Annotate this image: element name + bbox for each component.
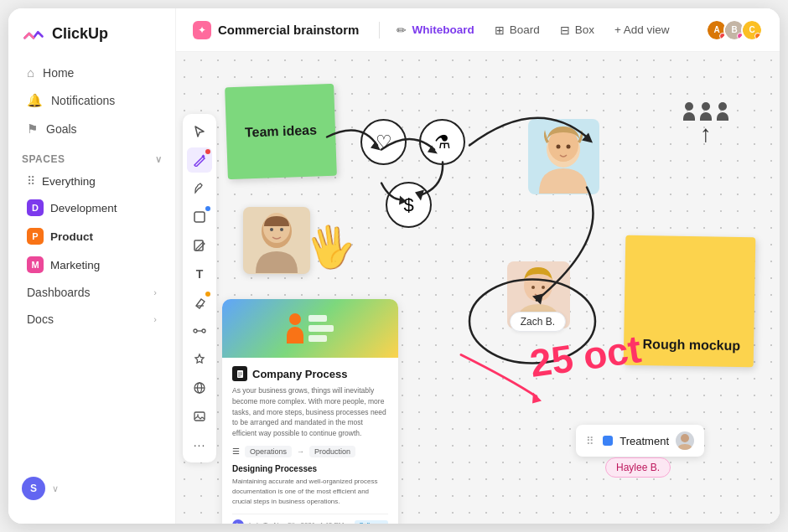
box-tab-icon: ⊟ — [560, 23, 570, 37]
text-tool-button[interactable]: T — [187, 261, 212, 287]
svg-point-16 — [567, 145, 571, 149]
svg-point-3 — [194, 329, 197, 333]
sidebar-item-development[interactable]: D Development — [13, 194, 170, 222]
draw-tool-button[interactable] — [187, 147, 212, 173]
docs-chevron-icon: › — [153, 314, 157, 324]
user-avatar[interactable]: S — [22, 477, 45, 500]
tab-board[interactable]: ⊞ Board — [485, 18, 550, 42]
person-icon-1 — [682, 102, 696, 121]
dashboards-chevron-icon: › — [153, 287, 157, 297]
doc-card-title: Company Process — [232, 366, 388, 381]
flow-icon: ☰ — [232, 447, 240, 456]
trophy-icon: ⚑ — [27, 121, 38, 137]
flow-arrow-icon: → — [297, 447, 304, 456]
person-head-1 — [685, 102, 693, 111]
doc-figure-line — [308, 315, 327, 322]
person-man-svg — [247, 208, 306, 273]
svg-marker-29 — [532, 393, 542, 404]
person-icon-2 — [699, 102, 713, 121]
clickup-logo-icon — [22, 22, 45, 45]
person-body-3 — [717, 112, 728, 121]
topbar: ✦ Commercial brainstorm ✏ Whiteboard ⊞ B… — [176, 8, 780, 52]
doc-section-title: Designing Processes — [232, 464, 388, 473]
svg-point-21 — [681, 434, 689, 442]
breadcrumb-icon: ✦ — [193, 21, 211, 39]
select-tool-button[interactable] — [187, 119, 212, 144]
sidebar-logo[interactable]: ClickUp — [8, 22, 175, 59]
page-title: Commercial brainstorm — [218, 23, 359, 37]
sticky-note-team-ideas[interactable]: Team ideas — [225, 84, 337, 179]
tab-board-label: Board — [510, 23, 540, 36]
topbar-divider — [379, 22, 380, 39]
star-tool-button[interactable] — [187, 347, 212, 372]
svg-point-4 — [202, 329, 205, 333]
docs-label: Docs — [27, 312, 54, 326]
move-icon: ⠿ — [586, 435, 594, 447]
flow-from-badge: Operations — [245, 446, 292, 457]
sidebar-everything-label: Everything — [42, 175, 96, 188]
person-photo-woman1 — [528, 119, 599, 194]
more-tool-button[interactable]: ··· — [187, 432, 212, 457]
user-chevron-icon[interactable]: ∨ — [52, 483, 59, 494]
treatment-card[interactable]: ⠿ Treatment — [576, 425, 704, 457]
person-head-2 — [702, 102, 710, 111]
person-icon-3 — [716, 102, 729, 121]
spaces-chevron-icon[interactable]: ∨ — [155, 154, 163, 165]
doc-card-image — [222, 299, 398, 358]
doc-author-avatar: L — [232, 519, 244, 524]
note-tool-button[interactable] — [187, 233, 212, 258]
sidebar-item-goals[interactable]: ⚑ Goals — [13, 115, 170, 143]
app-logo-text: ClickUp — [52, 25, 108, 43]
sidebar-item-everything[interactable]: ⠿ Everything — [13, 168, 170, 194]
sticky-yellow-text: Rough mockup — [642, 337, 740, 354]
whiteboard-canvas[interactable]: T ··· — [176, 52, 780, 524]
left-toolbar: T ··· — [183, 114, 216, 462]
more-icon: ··· — [194, 438, 206, 452]
sidebar-home-label: Home — [43, 66, 74, 80]
sticky-green-text: Team ideas — [245, 123, 318, 141]
sidebar-item-product[interactable]: P Product — [13, 222, 170, 251]
marketing-badge: M — [27, 256, 44, 273]
svg-point-19 — [542, 286, 545, 289]
doc-icon — [232, 366, 247, 381]
shape-tool-indicator — [205, 206, 210, 211]
doc-section-body: Maintaining accurate and well-organized … — [232, 477, 388, 507]
heart-circle-icon: ♡ — [360, 119, 407, 165]
zach-label: Zach B. — [510, 312, 566, 332]
globe-tool-button[interactable] — [187, 375, 212, 400]
sidebar-item-marketing[interactable]: M Marketing — [13, 251, 170, 279]
doc-figure-person — [287, 313, 303, 343]
hand-gesture-icon: 🖐 — [303, 220, 360, 275]
sidebar-item-notifications[interactable]: 🔔 Notifications — [13, 86, 170, 115]
doc-figure-head — [289, 313, 301, 325]
main-content: ✦ Commercial brainstorm ✏ Whiteboard ⊞ B… — [176, 8, 780, 524]
doc-figure-body — [287, 327, 303, 343]
sticky-note-rough-mockup[interactable]: Rough mockup — [624, 235, 756, 368]
sidebar-item-dashboards[interactable]: Dashboards › — [13, 279, 170, 306]
image-tool-button[interactable] — [187, 404, 212, 429]
eraser-tool-button[interactable] — [187, 290, 212, 315]
home-icon: ⌂ — [27, 65, 34, 80]
sidebar-product-label: Product — [50, 230, 93, 243]
tab-whiteboard[interactable]: ✏ Whiteboard — [386, 18, 484, 42]
connect-tool-button[interactable] — [187, 318, 212, 343]
person-head-3 — [718, 102, 727, 111]
person-body-2 — [700, 112, 712, 121]
grid-icon: ⠿ — [27, 174, 35, 188]
tab-box[interactable]: ⊟ Box — [550, 18, 604, 42]
treatment-color-dot — [603, 436, 613, 446]
product-badge: P — [27, 228, 44, 245]
topbar-actions: A B C — [706, 19, 763, 41]
sidebar-item-docs[interactable]: Docs › — [13, 306, 170, 333]
flow-to-badge: Production — [309, 446, 355, 457]
add-view-button[interactable]: + Add view — [604, 18, 680, 41]
status-dot-3 — [754, 33, 761, 39]
dashboards-label: Dashboards — [27, 286, 91, 299]
pencil-tool-button[interactable] — [187, 176, 212, 201]
shape-tool-button[interactable] — [187, 204, 212, 230]
dna-circle-icon: ⚗ — [419, 119, 465, 165]
eraser-tool-indicator — [205, 292, 210, 297]
sidebar-item-home[interactable]: ⌂ Home — [13, 59, 170, 86]
document-card[interactable]: Company Process As your business grows, … — [222, 299, 398, 524]
collaborator-avatar-3: C — [741, 19, 763, 41]
